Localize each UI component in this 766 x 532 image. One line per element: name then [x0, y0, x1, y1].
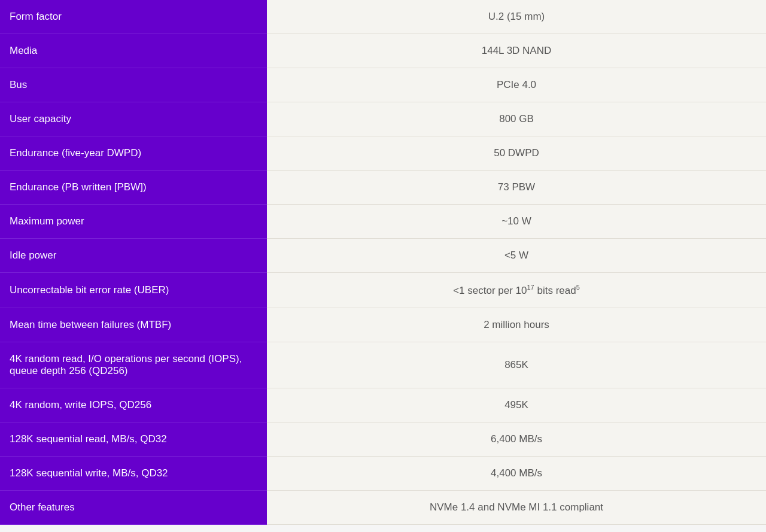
spec-value: 495K: [267, 388, 766, 422]
spec-label: Mean time between failures (MTBF): [0, 308, 267, 342]
spec-value: ~10 W: [267, 205, 766, 239]
spec-label: 128K sequential write, MB/s, QD32: [0, 456, 267, 490]
spec-value: PCIe 4.0: [267, 68, 766, 102]
spec-label: Media: [0, 34, 267, 68]
spec-value: U.2 (15 mm): [267, 0, 766, 34]
table-row: 128K sequential read, MB/s, QD326,400 MB…: [0, 422, 766, 456]
spec-label: Form factor: [0, 0, 267, 34]
spec-value: 2 million hours: [267, 308, 766, 342]
spec-label: Uncorrectable bit error rate (UBER): [0, 273, 267, 308]
spec-value: 4,400 MB/s: [267, 456, 766, 490]
table-row: Form factorU.2 (15 mm): [0, 0, 766, 34]
table-row: Maximum power~10 W: [0, 205, 766, 239]
table-row: Idle power<5 W: [0, 239, 766, 273]
spec-value: 6,400 MB/s: [267, 422, 766, 456]
spec-label: 128K sequential read, MB/s, QD32: [0, 422, 267, 456]
spec-value: 144L 3D NAND: [267, 34, 766, 68]
spec-value: 800 GB: [267, 102, 766, 136]
spec-label: User capacity: [0, 102, 267, 136]
spec-value: 50 DWPD: [267, 136, 766, 171]
table-row: User capacity800 GB: [0, 102, 766, 136]
table-row: Other featuresNVMe 1.4 and NVMe MI 1.1 c…: [0, 490, 766, 524]
table-row: 4K random, write IOPS, QD256495K: [0, 388, 766, 422]
spec-label: Idle power: [0, 239, 267, 273]
spec-label: 4K random read, I/O operations per secon…: [0, 342, 267, 388]
spec-label: 4K random, write IOPS, QD256: [0, 388, 267, 422]
spec-label: Endurance (five-year DWPD): [0, 136, 267, 171]
spec-label: Bus: [0, 68, 267, 102]
table-row: Endurance (PB written [PBW])73 PBW: [0, 171, 766, 205]
spec-label: Other features: [0, 490, 267, 524]
spec-label: Endurance (PB written [PBW]): [0, 171, 267, 205]
table-row: Uncorrectable bit error rate (UBER)<1 se…: [0, 273, 766, 308]
spec-value: NVMe 1.4 and NVMe MI 1.1 compliant: [267, 490, 766, 524]
table-row: 128K sequential write, MB/s, QD324,400 M…: [0, 456, 766, 490]
spec-value: <1 sector per 1017 bits read5: [267, 273, 766, 308]
spec-value: 865K: [267, 342, 766, 388]
spec-value: <5 W: [267, 239, 766, 273]
table-row: Media144L 3D NAND: [0, 34, 766, 68]
spec-table: Form factorU.2 (15 mm)Media144L 3D NANDB…: [0, 0, 766, 525]
spec-value: 73 PBW: [267, 171, 766, 205]
spec-label: Maximum power: [0, 205, 267, 239]
table-row: Endurance (five-year DWPD)50 DWPD: [0, 136, 766, 171]
table-row: Mean time between failures (MTBF)2 milli…: [0, 308, 766, 342]
table-row: 4K random read, I/O operations per secon…: [0, 342, 766, 388]
table-row: BusPCIe 4.0: [0, 68, 766, 102]
